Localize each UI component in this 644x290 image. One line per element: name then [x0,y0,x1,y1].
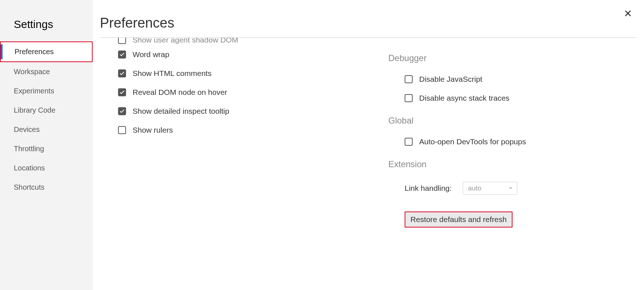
setting-label: Show rulers [133,126,173,134]
close-button[interactable]: ✕ [621,7,635,20]
select-value: auto [468,184,482,192]
setting-disable-async-stack-traces[interactable]: Disable async stack traces [388,89,637,108]
section-header-debugger: Debugger [388,53,637,63]
section-header-extension: Extension [388,159,637,169]
sidebar-item-label: Throttling [14,145,44,153]
setting-label: Word wrap [133,50,169,59]
checkbox[interactable] [405,138,413,146]
preferences-scroll-region[interactable]: Show user agent shadow DOM Word wrap Sho… [100,38,637,290]
sidebar-item-label: Preferences [15,48,54,56]
section-header-global: Global [388,116,637,126]
setting-label: Reveal DOM node on hover [133,88,227,97]
checkbox[interactable] [118,126,126,134]
field-link-handling: Link handling: auto [388,176,637,201]
sidebar-item-locations[interactable]: Locations [0,158,93,178]
right-column: Debugger Disable JavaScript Disable asyn… [388,38,637,238]
sidebar-item-experiments[interactable]: Experiments [0,81,93,101]
setting-word-wrap[interactable]: Word wrap [118,45,366,64]
field-label: Link handling: [405,184,452,193]
sidebar-item-throttling[interactable]: Throttling [0,139,93,158]
restore-defaults-button[interactable]: Restore defaults and refresh [405,212,513,227]
checkbox[interactable] [118,88,126,96]
sidebar-item-label: Locations [14,164,45,172]
sidebar-item-label: Shortcuts [14,183,44,191]
checkbox[interactable] [118,107,126,115]
checkbox[interactable] [118,38,126,44]
settings-sidebar: Settings Preferences Workspace Experimen… [0,0,93,290]
sidebar-item-label: Library Code [14,106,56,114]
setting-label: Disable async stack traces [419,94,510,102]
setting-show-detailed-inspect-tooltip[interactable]: Show detailed inspect tooltip [118,102,366,121]
setting-label: Disable JavaScript [419,75,482,84]
chevron-down-icon [508,184,513,192]
setting-auto-open-devtools-for-popups[interactable]: Auto-open DevTools for popups [388,132,637,151]
sidebar-item-label: Workspace [14,68,50,76]
sidebar-item-label: Experiments [14,87,54,95]
setting-disable-javascript[interactable]: Disable JavaScript [388,70,637,89]
checkbox[interactable] [118,51,126,59]
close-icon: ✕ [624,8,632,19]
sidebar-item-devices[interactable]: Devices [0,120,93,139]
setting-show-html-comments[interactable]: Show HTML comments [118,64,366,83]
setting-reveal-dom-node-on-hover[interactable]: Reveal DOM node on hover [118,83,366,102]
link-handling-select[interactable]: auto [463,182,517,195]
setting-show-user-agent-shadow-dom[interactable]: Show user agent shadow DOM [118,38,366,45]
checkbox[interactable] [118,69,126,77]
page-title: Preferences [100,0,637,38]
main-panel: ✕ Preferences Show user agent shadow DOM… [93,0,644,290]
sidebar-item-label: Devices [14,125,40,133]
left-column: Show user agent shadow DOM Word wrap Sho… [100,38,366,238]
sidebar-item-shortcuts[interactable]: Shortcuts [0,178,93,197]
checkbox[interactable] [405,75,413,83]
checkbox[interactable] [405,94,413,102]
sidebar-item-preferences[interactable]: Preferences [0,41,93,62]
setting-show-rulers[interactable]: Show rulers [118,121,366,140]
setting-label: Show detailed inspect tooltip [133,107,229,116]
sidebar-title: Settings [0,18,93,41]
setting-label: Show user agent shadow DOM [133,38,238,44]
setting-label: Show HTML comments [133,69,211,78]
setting-label: Auto-open DevTools for popups [419,137,526,146]
sidebar-item-library-code[interactable]: Library Code [0,101,93,120]
sidebar-item-workspace[interactable]: Workspace [0,62,93,81]
